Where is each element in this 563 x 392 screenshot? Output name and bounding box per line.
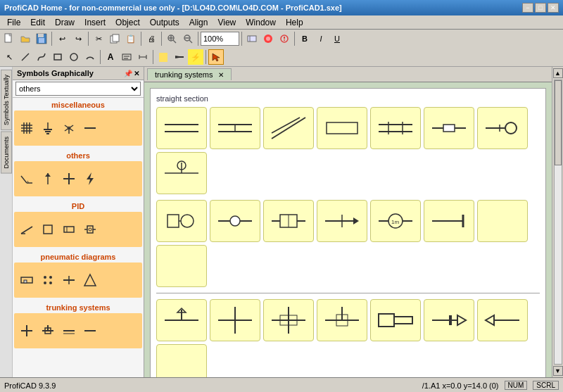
symbol-lightning[interactable] <box>80 169 100 189</box>
menu-outputs[interactable]: Outputs <box>146 16 184 29</box>
symbol-pneu-2[interactable] <box>38 270 58 290</box>
undo-button[interactable]: ↩ <box>54 31 70 46</box>
symbol-trunk-4[interactable] <box>80 321 100 341</box>
symbol-antenna[interactable] <box>59 118 79 138</box>
sym-t-circle[interactable] <box>156 152 207 194</box>
menu-window[interactable]: Window <box>241 16 280 29</box>
doc-tab-trunking[interactable]: trunking systems ✕ <box>147 68 232 80</box>
symbol-pid-1[interactable] <box>17 220 37 239</box>
zoom-in-button[interactable] <box>164 31 179 46</box>
sym-reducer[interactable] <box>370 299 421 341</box>
sym-placeholder-2[interactable] <box>156 245 207 287</box>
sym-flat[interactable] <box>317 107 367 149</box>
symbol-pneu-1[interactable] <box>17 270 37 290</box>
menu-align[interactable]: Align <box>185 16 213 29</box>
sym-diagonal[interactable] <box>263 107 314 149</box>
zoom-out-button[interactable] <box>180 31 196 46</box>
symbol-line[interactable] <box>80 118 100 138</box>
scroll-up-btn[interactable]: ▲ <box>553 68 563 78</box>
sym-marked[interactable] <box>370 107 421 149</box>
symbol-pid-4[interactable] <box>80 220 100 239</box>
sym-circle-end[interactable] <box>477 107 528 149</box>
v-scrollbar[interactable]: ▲ ▼ <box>552 67 563 377</box>
cut-button[interactable]: ✂ <box>91 31 106 46</box>
sym-arrow-left[interactable] <box>477 299 528 341</box>
menu-draw[interactable]: Draw <box>51 16 79 29</box>
sym-end-cap[interactable] <box>424 200 474 242</box>
paste-button[interactable]: 📋 <box>123 31 139 46</box>
redo-button[interactable]: ↪ <box>70 31 86 46</box>
bezier-tool[interactable] <box>34 49 49 65</box>
menu-file[interactable]: File <box>3 16 25 29</box>
color-button[interactable] <box>260 31 276 46</box>
sym-boxed[interactable] <box>263 200 314 242</box>
symbol-trunk-1[interactable] <box>17 321 37 341</box>
sym-t-junction[interactable] <box>156 299 207 341</box>
symbol-pneu-3[interactable] <box>59 270 79 290</box>
line-tool[interactable] <box>18 49 33 65</box>
sym-connector[interactable] <box>424 107 474 149</box>
select-mode[interactable] <box>208 49 224 65</box>
panel-close-button[interactable]: ✕ <box>134 70 139 77</box>
symbol-trunk-3[interactable] <box>59 321 79 341</box>
text-box-tool[interactable] <box>119 49 134 65</box>
line-style-button[interactable] <box>172 49 187 65</box>
sym-4way[interactable] <box>263 299 314 341</box>
open-button[interactable] <box>18 31 33 46</box>
scroll-down-btn[interactable]: ▼ <box>553 366 563 376</box>
menu-insert[interactable]: Insert <box>80 16 110 29</box>
sym-straight-circle[interactable] <box>210 200 260 242</box>
italic-button[interactable]: I <box>313 31 329 46</box>
save-button[interactable] <box>34 31 49 46</box>
menu-edit[interactable]: Edit <box>26 16 49 29</box>
sym-joint[interactable] <box>210 107 260 149</box>
scroll-track-v[interactable] <box>554 80 562 365</box>
fill-color-button[interactable] <box>156 49 171 65</box>
close-button[interactable]: ✕ <box>548 3 559 13</box>
bold-button[interactable]: B <box>297 31 312 46</box>
symbol-trunk-2[interactable] <box>38 321 58 341</box>
underline-button[interactable]: U <box>329 31 345 46</box>
sym-arrow-right[interactable] <box>424 299 474 341</box>
symbol-grid[interactable] <box>17 118 37 138</box>
sym-circle-line[interactable]: 1m <box>370 200 421 242</box>
symbol-earth[interactable] <box>38 118 58 138</box>
panel-pin-button[interactable]: 📌 <box>124 70 132 77</box>
category-select[interactable]: others <box>15 82 141 96</box>
sym-arrow-section[interactable] <box>317 200 367 242</box>
scroll-thumb-v[interactable] <box>555 80 562 165</box>
symbol-pneu-4[interactable] <box>80 270 100 290</box>
menu-object[interactable]: Object <box>111 16 144 29</box>
menu-help[interactable]: Help <box>282 16 308 29</box>
zoom-input[interactable] <box>201 32 239 46</box>
symbol-pid-2[interactable] <box>38 220 58 239</box>
symbol-arrow-up[interactable] <box>38 169 58 189</box>
maximize-button[interactable]: □ <box>535 3 546 13</box>
dim-tool[interactable] <box>135 49 151 65</box>
minimize-button[interactable]: − <box>522 3 533 13</box>
new-button[interactable] <box>1 31 17 46</box>
sym-cross[interactable] <box>210 299 260 341</box>
rect-tool[interactable] <box>50 49 65 65</box>
print-button[interactable]: 🖨 <box>144 31 159 46</box>
doc-tab-close[interactable]: ✕ <box>218 71 224 79</box>
pointer-tool[interactable]: ↖ <box>1 49 17 65</box>
sym-placeholder-3[interactable] <box>156 344 207 377</box>
text-tool[interactable]: A <box>103 49 118 65</box>
arc-tool[interactable] <box>82 49 98 65</box>
circle-tool[interactable] <box>66 49 82 65</box>
symbol-angle[interactable] <box>17 169 37 189</box>
properties-button[interactable] <box>277 31 292 46</box>
symbol-plus[interactable] <box>59 169 79 189</box>
highlight-button[interactable]: ⚡ <box>188 49 203 65</box>
tab-symbols-textually[interactable]: Symbols Textually <box>1 70 12 130</box>
component-button[interactable] <box>244 31 260 46</box>
canvas-area[interactable]: straight section <box>144 82 552 377</box>
copy-button[interactable] <box>107 31 122 46</box>
sym-placeholder-1[interactable] <box>477 200 528 242</box>
sym-circle-box[interactable] <box>156 200 207 242</box>
tab-documents[interactable]: Documents <box>1 132 12 174</box>
symbol-pid-3[interactable] <box>59 220 79 239</box>
menu-view[interactable]: View <box>213 16 240 29</box>
sym-straight[interactable] <box>156 107 207 149</box>
